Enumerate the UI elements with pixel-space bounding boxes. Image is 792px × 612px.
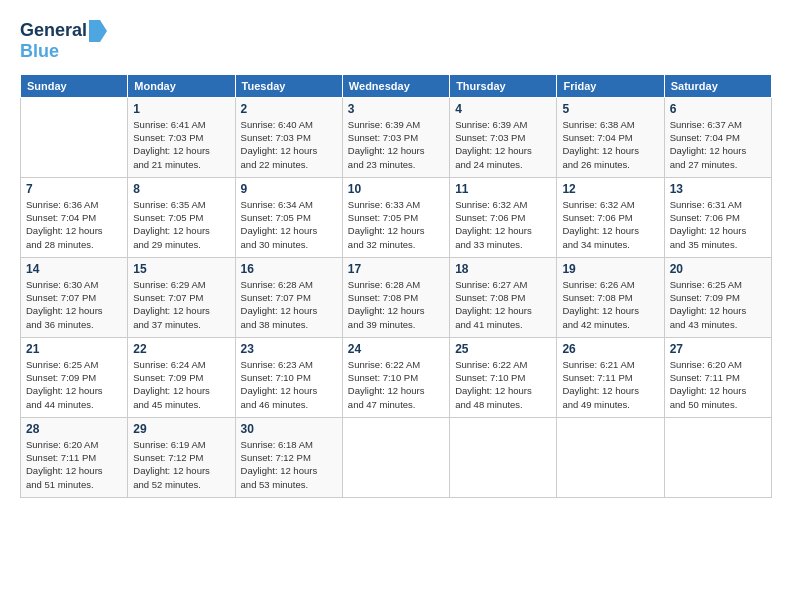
day-info: Sunrise: 6:37 AM Sunset: 7:04 PM Dayligh…: [670, 118, 766, 171]
day-cell: 19Sunrise: 6:26 AM Sunset: 7:08 PM Dayli…: [557, 257, 664, 337]
col-header-saturday: Saturday: [664, 74, 771, 97]
page: General Blue SundayMondayTuesdayWednesda…: [0, 0, 792, 612]
logo-arrow-icon: [89, 20, 107, 42]
day-cell: 29Sunrise: 6:19 AM Sunset: 7:12 PM Dayli…: [128, 417, 235, 497]
day-info: Sunrise: 6:25 AM Sunset: 7:09 PM Dayligh…: [670, 278, 766, 331]
day-cell: 15Sunrise: 6:29 AM Sunset: 7:07 PM Dayli…: [128, 257, 235, 337]
day-number: 15: [133, 262, 229, 276]
day-number: 3: [348, 102, 444, 116]
day-cell: 17Sunrise: 6:28 AM Sunset: 7:08 PM Dayli…: [342, 257, 449, 337]
day-number: 8: [133, 182, 229, 196]
day-number: 22: [133, 342, 229, 356]
header: General Blue: [20, 20, 772, 62]
day-info: Sunrise: 6:39 AM Sunset: 7:03 PM Dayligh…: [455, 118, 551, 171]
day-info: Sunrise: 6:31 AM Sunset: 7:06 PM Dayligh…: [670, 198, 766, 251]
day-number: 7: [26, 182, 122, 196]
day-info: Sunrise: 6:32 AM Sunset: 7:06 PM Dayligh…: [455, 198, 551, 251]
day-number: 30: [241, 422, 337, 436]
calendar-table: SundayMondayTuesdayWednesdayThursdayFrid…: [20, 74, 772, 498]
day-number: 11: [455, 182, 551, 196]
day-cell: 18Sunrise: 6:27 AM Sunset: 7:08 PM Dayli…: [450, 257, 557, 337]
day-info: Sunrise: 6:22 AM Sunset: 7:10 PM Dayligh…: [455, 358, 551, 411]
day-number: 29: [133, 422, 229, 436]
day-number: 9: [241, 182, 337, 196]
week-row-1: 1Sunrise: 6:41 AM Sunset: 7:03 PM Daylig…: [21, 97, 772, 177]
day-info: Sunrise: 6:26 AM Sunset: 7:08 PM Dayligh…: [562, 278, 658, 331]
day-number: 14: [26, 262, 122, 276]
day-info: Sunrise: 6:34 AM Sunset: 7:05 PM Dayligh…: [241, 198, 337, 251]
day-info: Sunrise: 6:28 AM Sunset: 7:08 PM Dayligh…: [348, 278, 444, 331]
day-info: Sunrise: 6:39 AM Sunset: 7:03 PM Dayligh…: [348, 118, 444, 171]
day-cell: 26Sunrise: 6:21 AM Sunset: 7:11 PM Dayli…: [557, 337, 664, 417]
day-cell: 9Sunrise: 6:34 AM Sunset: 7:05 PM Daylig…: [235, 177, 342, 257]
day-info: Sunrise: 6:38 AM Sunset: 7:04 PM Dayligh…: [562, 118, 658, 171]
day-number: 4: [455, 102, 551, 116]
day-info: Sunrise: 6:28 AM Sunset: 7:07 PM Dayligh…: [241, 278, 337, 331]
day-number: 18: [455, 262, 551, 276]
day-number: 10: [348, 182, 444, 196]
day-info: Sunrise: 6:32 AM Sunset: 7:06 PM Dayligh…: [562, 198, 658, 251]
day-info: Sunrise: 6:36 AM Sunset: 7:04 PM Dayligh…: [26, 198, 122, 251]
day-cell: 24Sunrise: 6:22 AM Sunset: 7:10 PM Dayli…: [342, 337, 449, 417]
day-cell: 3Sunrise: 6:39 AM Sunset: 7:03 PM Daylig…: [342, 97, 449, 177]
day-cell: 22Sunrise: 6:24 AM Sunset: 7:09 PM Dayli…: [128, 337, 235, 417]
week-row-2: 7Sunrise: 6:36 AM Sunset: 7:04 PM Daylig…: [21, 177, 772, 257]
day-number: 20: [670, 262, 766, 276]
day-number: 24: [348, 342, 444, 356]
day-number: 17: [348, 262, 444, 276]
day-cell: 6Sunrise: 6:37 AM Sunset: 7:04 PM Daylig…: [664, 97, 771, 177]
day-number: 21: [26, 342, 122, 356]
day-cell: [450, 417, 557, 497]
day-cell: 30Sunrise: 6:18 AM Sunset: 7:12 PM Dayli…: [235, 417, 342, 497]
day-number: 12: [562, 182, 658, 196]
day-cell: 25Sunrise: 6:22 AM Sunset: 7:10 PM Dayli…: [450, 337, 557, 417]
day-cell: 8Sunrise: 6:35 AM Sunset: 7:05 PM Daylig…: [128, 177, 235, 257]
day-number: 23: [241, 342, 337, 356]
day-info: Sunrise: 6:20 AM Sunset: 7:11 PM Dayligh…: [670, 358, 766, 411]
day-cell: 16Sunrise: 6:28 AM Sunset: 7:07 PM Dayli…: [235, 257, 342, 337]
week-row-4: 21Sunrise: 6:25 AM Sunset: 7:09 PM Dayli…: [21, 337, 772, 417]
day-number: 2: [241, 102, 337, 116]
day-info: Sunrise: 6:19 AM Sunset: 7:12 PM Dayligh…: [133, 438, 229, 491]
day-cell: [342, 417, 449, 497]
day-cell: 13Sunrise: 6:31 AM Sunset: 7:06 PM Dayli…: [664, 177, 771, 257]
day-cell: [557, 417, 664, 497]
day-cell: 10Sunrise: 6:33 AM Sunset: 7:05 PM Dayli…: [342, 177, 449, 257]
day-number: 16: [241, 262, 337, 276]
day-number: 27: [670, 342, 766, 356]
header-row: SundayMondayTuesdayWednesdayThursdayFrid…: [21, 74, 772, 97]
day-cell: 21Sunrise: 6:25 AM Sunset: 7:09 PM Dayli…: [21, 337, 128, 417]
day-cell: 23Sunrise: 6:23 AM Sunset: 7:10 PM Dayli…: [235, 337, 342, 417]
day-number: 6: [670, 102, 766, 116]
week-row-5: 28Sunrise: 6:20 AM Sunset: 7:11 PM Dayli…: [21, 417, 772, 497]
day-number: 1: [133, 102, 229, 116]
day-cell: 12Sunrise: 6:32 AM Sunset: 7:06 PM Dayli…: [557, 177, 664, 257]
day-cell: 27Sunrise: 6:20 AM Sunset: 7:11 PM Dayli…: [664, 337, 771, 417]
day-number: 13: [670, 182, 766, 196]
day-info: Sunrise: 6:35 AM Sunset: 7:05 PM Dayligh…: [133, 198, 229, 251]
day-info: Sunrise: 6:22 AM Sunset: 7:10 PM Dayligh…: [348, 358, 444, 411]
col-header-wednesday: Wednesday: [342, 74, 449, 97]
day-number: 5: [562, 102, 658, 116]
day-number: 19: [562, 262, 658, 276]
day-info: Sunrise: 6:24 AM Sunset: 7:09 PM Dayligh…: [133, 358, 229, 411]
day-cell: 14Sunrise: 6:30 AM Sunset: 7:07 PM Dayli…: [21, 257, 128, 337]
col-header-friday: Friday: [557, 74, 664, 97]
col-header-thursday: Thursday: [450, 74, 557, 97]
day-info: Sunrise: 6:33 AM Sunset: 7:05 PM Dayligh…: [348, 198, 444, 251]
day-cell: 1Sunrise: 6:41 AM Sunset: 7:03 PM Daylig…: [128, 97, 235, 177]
logo: General Blue: [20, 20, 107, 62]
day-cell: [664, 417, 771, 497]
day-cell: 7Sunrise: 6:36 AM Sunset: 7:04 PM Daylig…: [21, 177, 128, 257]
day-cell: 5Sunrise: 6:38 AM Sunset: 7:04 PM Daylig…: [557, 97, 664, 177]
day-info: Sunrise: 6:25 AM Sunset: 7:09 PM Dayligh…: [26, 358, 122, 411]
svg-marker-0: [89, 20, 107, 42]
day-info: Sunrise: 6:29 AM Sunset: 7:07 PM Dayligh…: [133, 278, 229, 331]
day-cell: [21, 97, 128, 177]
day-number: 25: [455, 342, 551, 356]
logo-text-line1: General: [20, 21, 87, 41]
day-info: Sunrise: 6:30 AM Sunset: 7:07 PM Dayligh…: [26, 278, 122, 331]
col-header-monday: Monday: [128, 74, 235, 97]
day-info: Sunrise: 6:23 AM Sunset: 7:10 PM Dayligh…: [241, 358, 337, 411]
col-header-tuesday: Tuesday: [235, 74, 342, 97]
